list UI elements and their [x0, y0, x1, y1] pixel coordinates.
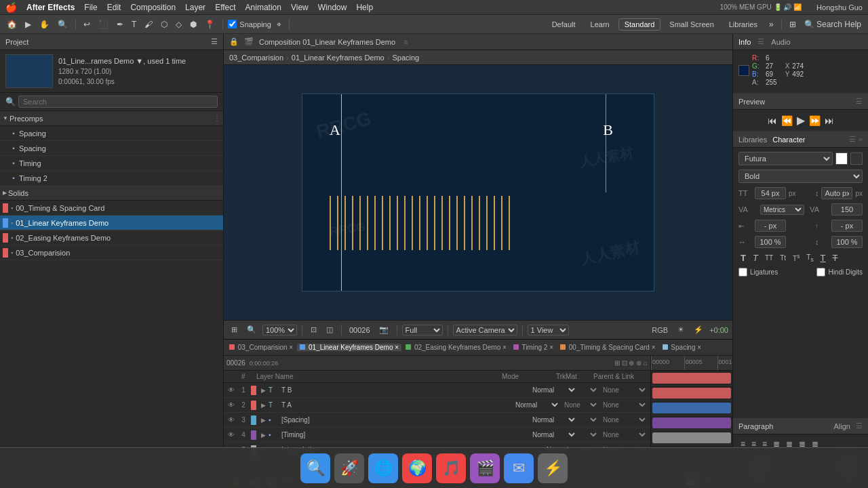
brush-tool[interactable]: 🖌: [142, 18, 155, 30]
clone-tool[interactable]: ⬡: [158, 18, 170, 30]
mode-4[interactable]: Normal: [530, 430, 577, 439]
workspace-default[interactable]: Default: [546, 18, 582, 30]
layer-row-1[interactable]: 👁 1 ▶ T T B Normal None: [224, 383, 650, 398]
tl-tab-active[interactable]: 01_Linear Keyframes Demo ×: [297, 344, 401, 351]
zoom-tool[interactable]: 🔍: [55, 18, 71, 30]
vt-exposure[interactable]: ☀: [674, 324, 688, 336]
layer-timing[interactable]: ▪ Timing: [0, 156, 223, 171]
precomps-options[interactable]: ⋮: [214, 115, 220, 122]
menu-edit[interactable]: Edit: [107, 3, 121, 12]
italic-btn[interactable]: T: [751, 252, 760, 264]
font-size-input[interactable]: [755, 187, 786, 199]
vt-zoom-out[interactable]: 🔍: [243, 324, 260, 336]
layer-spacing-1[interactable]: ▪ Spacing: [0, 126, 223, 141]
menu-aftereffects[interactable]: After Effects: [26, 3, 75, 12]
expand-4[interactable]: ▶: [259, 432, 267, 439]
kerning-select[interactable]: Metrics: [760, 205, 804, 215]
baseline-input[interactable]: [831, 220, 863, 232]
menu-help[interactable]: Help: [356, 3, 373, 12]
trkmat-2[interactable]: None: [561, 401, 599, 409]
para-menu[interactable]: ☰: [856, 422, 863, 430]
bc-spacing[interactable]: Spacing: [392, 54, 419, 62]
underline-btn[interactable]: T: [818, 252, 828, 264]
char-options[interactable]: »: [859, 135, 863, 144]
smallcaps-btn[interactable]: Tt: [778, 253, 788, 262]
menu-effect[interactable]: Effect: [215, 3, 235, 12]
precomps-group[interactable]: ▼ Precomps ⋮: [0, 111, 223, 126]
parent-3[interactable]: None: [600, 415, 648, 424]
menu-animation[interactable]: Animation: [245, 3, 281, 12]
vt-region[interactable]: ⊡: [307, 324, 320, 336]
comp-01[interactable]: ▪ 01_Linear Keyframes Demo: [0, 216, 223, 230]
parent-1[interactable]: None: [600, 386, 648, 394]
eye-4[interactable]: 👁: [226, 431, 236, 439]
vt-transparent[interactable]: ◫: [323, 324, 336, 336]
solids-group[interactable]: ▶ Solids: [0, 186, 223, 201]
strikethrough-btn[interactable]: T: [831, 252, 840, 264]
eye-3[interactable]: 👁: [226, 416, 236, 424]
info-tab[interactable]: Info: [738, 38, 751, 46]
layer-row-4[interactable]: 👁 4 ▶ ▪ [Timing] Normal None: [224, 428, 650, 443]
vt-fast-preview[interactable]: ⚡: [690, 324, 707, 336]
indent-left-input[interactable]: [755, 220, 786, 232]
snapping-checkbox[interactable]: [228, 20, 237, 28]
vt-channels[interactable]: RGB: [648, 325, 671, 336]
tl-track-1[interactable]: [651, 386, 732, 401]
pin-tool[interactable]: 📍: [202, 18, 218, 30]
bg-color[interactable]: [850, 152, 863, 165]
pen-tool[interactable]: ✒: [114, 18, 126, 30]
select-tool[interactable]: ▶: [22, 18, 34, 30]
libraries-tab[interactable]: Libraries: [738, 136, 767, 144]
shape-tool[interactable]: ⬛: [96, 18, 111, 30]
mode-2[interactable]: Normal: [513, 401, 560, 409]
expand-1[interactable]: ▶: [259, 387, 267, 394]
preview-prev-frame[interactable]: ⏪: [781, 115, 793, 126]
project-menu-icon[interactable]: ☰: [211, 37, 218, 46]
rotate-tool[interactable]: ↩: [81, 18, 93, 30]
tl-tab-easing[interactable]: 02_Easing Keyframes Demo ×: [403, 344, 509, 351]
bc-comparision[interactable]: 03_Comparision: [229, 54, 283, 62]
dock-misc[interactable]: ⚡: [538, 453, 568, 483]
workspace-smallscreen[interactable]: Small Screen: [663, 18, 719, 30]
apple-menu[interactable]: 🍎: [5, 2, 17, 13]
caps-btn[interactable]: TT: [763, 253, 775, 262]
search-input[interactable]: [18, 96, 218, 108]
layer-row-2[interactable]: 👁 2 ▶ T T A Normal None None: [224, 398, 650, 413]
tracking-input[interactable]: [831, 203, 863, 216]
camera-select[interactable]: Active Camera: [453, 325, 517, 336]
menu-layer[interactable]: Layer: [185, 3, 205, 12]
text-tool[interactable]: T: [129, 18, 139, 30]
char-menu[interactable]: ☰: [849, 135, 856, 144]
trkmat-4[interactable]: [578, 430, 599, 439]
comp-00[interactable]: ▪ 00_Timing & Spacing Card: [0, 201, 223, 216]
hindi-checkbox[interactable]: [816, 268, 825, 277]
tl-tab-timing2[interactable]: Timing 2 ×: [511, 344, 556, 351]
font-select[interactable]: Futura: [738, 152, 833, 165]
dock-chrome[interactable]: 🌍: [402, 453, 432, 483]
super-btn[interactable]: Ts: [791, 252, 802, 263]
dock-mail[interactable]: ✉: [504, 453, 534, 483]
weight-select[interactable]: Bold: [738, 169, 863, 183]
fg-color[interactable]: [835, 152, 848, 165]
hand-tool[interactable]: ✋: [37, 18, 52, 30]
layer-spacing-2[interactable]: ▪ Spacing: [0, 141, 223, 156]
ligatures-checkbox[interactable]: [738, 268, 747, 277]
parent-2[interactable]: None: [600, 401, 648, 409]
roto-tool[interactable]: ⬢: [187, 18, 199, 30]
eye-2[interactable]: 👁: [226, 401, 236, 409]
preview-menu[interactable]: ☰: [856, 97, 863, 106]
menu-window[interactable]: Window: [318, 3, 347, 12]
vscale-input[interactable]: [831, 236, 863, 248]
snapping-options[interactable]: ⌖: [274, 18, 284, 30]
sub-btn[interactable]: Ts: [804, 253, 815, 264]
tl-track-3[interactable]: [651, 415, 732, 430]
mode-1[interactable]: Normal: [530, 386, 577, 394]
dock-finder[interactable]: 🔍: [300, 453, 330, 483]
dock-safari[interactable]: 🌐: [368, 453, 398, 483]
expand-3[interactable]: ▶: [259, 417, 267, 424]
timecode-field[interactable]: 00026: [226, 359, 245, 367]
vt-camera-icon[interactable]: 📷: [376, 324, 392, 336]
preview-next-frame[interactable]: ⏩: [809, 115, 821, 126]
leading-input[interactable]: [821, 187, 852, 199]
parent-4[interactable]: None: [600, 430, 648, 439]
